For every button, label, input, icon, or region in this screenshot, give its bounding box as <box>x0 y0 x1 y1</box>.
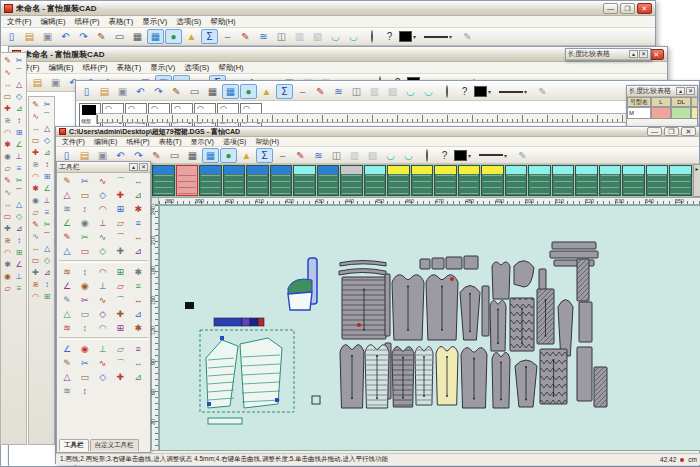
current-color-swatch[interactable] <box>474 86 487 97</box>
toolbar-icon[interactable]: ↔ <box>2 198 13 210</box>
tool-icon[interactable]: ◠ <box>95 202 111 216</box>
line-style-icon[interactable] <box>479 154 503 156</box>
toolbar-icon[interactable]: ✱ <box>30 182 41 194</box>
pattern-cell[interactable] <box>505 165 528 196</box>
toolbar-icon[interactable]: ▱ <box>2 282 13 294</box>
tool-icon[interactable]: ⊥ <box>95 342 111 356</box>
tool-icon[interactable]: ✱ <box>130 321 146 335</box>
toolbar-icon[interactable]: ✚ <box>30 146 41 158</box>
toolbar-icon[interactable]: ▧ <box>309 29 326 44</box>
menu-item[interactable]: 帮助(H) <box>210 17 235 27</box>
toolbar-icon[interactable]: ▧ <box>384 84 401 99</box>
toolbar-icon[interactable]: – <box>294 84 311 99</box>
toolbar-icon[interactable]: ▦ <box>147 29 164 44</box>
pattern-piece[interactable] <box>579 302 592 342</box>
toolbar-icon[interactable]: ⊿ <box>42 146 53 158</box>
toolbar-icon[interactable]: ⌒ <box>42 230 53 242</box>
close-icon[interactable]: ✕ <box>686 87 695 95</box>
tool-icon[interactable]: ∿ <box>95 293 111 307</box>
chevron-down-icon[interactable]: ▾ <box>468 152 471 159</box>
toolbar-icon[interactable]: ▱ <box>30 206 41 218</box>
toolbar-icon[interactable]: ▥ <box>346 148 363 163</box>
toolbar-icon[interactable]: ✎ <box>292 148 309 163</box>
tool-icon[interactable]: ∠ <box>59 216 75 230</box>
toolbar-icon[interactable]: ⊥ <box>14 270 25 282</box>
pattern-piece[interactable] <box>514 261 534 287</box>
tool-icon[interactable]: ◉ <box>77 279 93 293</box>
toolbar-icon[interactable]: ⊞ <box>14 126 25 138</box>
front-titlebar[interactable]: C:\Users\admin\Desktop\超短79褶裙.DGS - 富怡CA… <box>56 127 699 137</box>
toolbar-icon[interactable]: △ <box>14 78 25 90</box>
menu-item[interactable]: 显示(V) <box>142 17 167 27</box>
toolbar-icon[interactable]: △ <box>14 198 25 210</box>
tool-icon[interactable]: ▱ <box>112 279 128 293</box>
line-style-icon[interactable] <box>424 36 448 38</box>
tool-icon[interactable]: ◇ <box>95 244 111 258</box>
tool-icon[interactable]: ▭ <box>77 244 93 258</box>
toolbar-icon[interactable]: ∿ <box>30 110 41 122</box>
tool-icon[interactable]: ⊥ <box>95 216 111 230</box>
toolbar-icon[interactable]: ∿ <box>2 66 13 78</box>
pin-icon[interactable]: ▴ <box>129 163 138 171</box>
tool-icon[interactable]: ⊿ <box>130 188 146 202</box>
tool-icon[interactable]: ≡ <box>130 279 146 293</box>
pattern-piece[interactable] <box>312 396 320 404</box>
tool-icon[interactable]: ⊥ <box>95 279 111 293</box>
pattern-cell[interactable] <box>176 165 199 196</box>
close-button[interactable]: ✕ <box>637 3 652 14</box>
toolbar-icon[interactable]: ✎ <box>2 54 13 66</box>
toolbar-icon[interactable]: ✂ <box>42 218 53 230</box>
toolbar-icon[interactable]: ◉ <box>30 194 41 206</box>
toolbar-icon[interactable]: ⊿ <box>42 266 53 278</box>
tool-icon[interactable]: ∿ <box>95 230 111 244</box>
toolbar-icon[interactable]: ▦ <box>184 148 201 163</box>
chevron-down-icon[interactable]: ▾ <box>413 33 416 40</box>
color-bar-segment[interactable] <box>258 318 264 326</box>
toolbar-icon[interactable]: ◫ <box>328 148 345 163</box>
toolbar-icon[interactable]: ↶ <box>132 84 149 99</box>
color-wheel-icon[interactable] <box>363 29 380 44</box>
pattern-piece[interactable] <box>464 256 478 269</box>
pattern-cell[interactable] <box>317 165 340 196</box>
toolbar-icon[interactable]: ↔ <box>30 122 41 134</box>
toolbar-icon[interactable]: ≋ <box>330 84 347 99</box>
pattern-cell[interactable] <box>669 165 692 196</box>
tool-icon[interactable]: ≋ <box>59 321 75 335</box>
pattern-cell[interactable] <box>199 165 222 196</box>
pin-icon[interactable]: ▴ <box>676 87 685 95</box>
close-button[interactable]: ✕ <box>649 49 664 60</box>
toolbar-icon[interactable]: ∿ <box>2 186 13 198</box>
pattern-cell[interactable] <box>387 165 410 196</box>
toolbar-icon[interactable]: ◇ <box>42 254 53 266</box>
toolbar-icon[interactable]: ≡ <box>42 206 53 218</box>
toolbar-icon[interactable]: ≋ <box>255 29 272 44</box>
toolbar-icon[interactable]: ▭ <box>30 134 41 146</box>
toolbar-icon[interactable]: ∠ <box>14 138 25 150</box>
toolbar-icon[interactable]: ◇ <box>14 210 25 222</box>
toolbar-icon[interactable]: ↕ <box>42 278 53 290</box>
toolbar-icon[interactable]: ✎ <box>168 84 185 99</box>
pattern-cell[interactable] <box>246 165 269 196</box>
line-style-picker[interactable]: ▾ <box>499 88 533 95</box>
pattern-cell[interactable] <box>152 165 175 196</box>
pattern-piece[interactable] <box>552 242 596 249</box>
tool-icon[interactable]: ≡ <box>130 342 146 356</box>
toolbar-icon[interactable]: ◉ <box>2 270 13 282</box>
menu-item[interactable]: 选项(S) <box>223 137 246 147</box>
toolbar-icon[interactable]: ✎ <box>514 148 531 163</box>
pattern-piece[interactable] <box>550 251 598 258</box>
toolbar-icon[interactable]: ↷ <box>75 29 92 44</box>
toolbar-icon[interactable]: ▦ <box>222 84 239 99</box>
toolbar-icon[interactable]: ● <box>240 84 257 99</box>
toolbar-icon[interactable]: ✎ <box>2 174 13 186</box>
tool-icon[interactable]: ⊞ <box>112 202 128 216</box>
toolbar-icon[interactable]: ● <box>220 148 237 163</box>
toolbar-icon[interactable]: – <box>219 29 236 44</box>
tool-icon[interactable]: ↔ <box>130 174 146 188</box>
menu-item[interactable]: 表格(T) <box>117 63 142 73</box>
menu-item[interactable]: 纸样(P) <box>75 17 100 27</box>
tool-icon[interactable]: ⌒ <box>112 174 128 188</box>
toolbar-icon[interactable]: ↔ <box>2 78 13 90</box>
white-piece[interactable] <box>288 292 312 310</box>
menu-item[interactable]: 表格(T) <box>159 137 182 147</box>
